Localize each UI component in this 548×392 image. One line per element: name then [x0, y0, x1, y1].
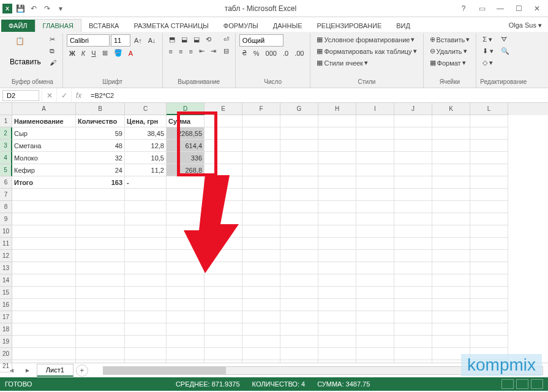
cell[interactable]: 32 — [76, 152, 125, 164]
copy-button[interactable]: ⧉ — [47, 46, 59, 56]
cell[interactable] — [318, 262, 356, 274]
cancel-formula-icon[interactable]: ✕ — [42, 88, 56, 102]
font-color-button[interactable]: A — [126, 48, 135, 58]
cell[interactable] — [356, 152, 394, 164]
cell[interactable] — [470, 164, 508, 176]
cell[interactable]: Кефир — [12, 164, 76, 176]
cell[interactable] — [470, 176, 508, 189]
cell[interactable] — [205, 287, 242, 299]
cell[interactable] — [356, 176, 394, 189]
view-layout-button[interactable] — [516, 379, 528, 389]
currency-button[interactable]: ₴ — [239, 48, 250, 58]
cell[interactable]: - — [125, 176, 167, 189]
col-header-J[interactable]: J — [394, 103, 432, 115]
cell[interactable]: 24 — [76, 164, 125, 176]
cell[interactable] — [242, 189, 280, 201]
increase-font-button[interactable]: A↑ — [132, 36, 145, 45]
cell[interactable] — [318, 176, 356, 189]
decimal-dec-button[interactable]: .00 — [292, 48, 306, 58]
cell[interactable] — [12, 238, 76, 250]
cell[interactable] — [167, 189, 205, 201]
cell[interactable] — [205, 299, 242, 311]
cell[interactable] — [318, 287, 356, 299]
cell[interactable] — [76, 311, 125, 323]
cell[interactable] — [242, 164, 280, 176]
format-painter-button[interactable]: 🖌 — [47, 58, 59, 67]
row-header-6[interactable]: 6 — [0, 176, 12, 189]
cell[interactable]: 48 — [76, 140, 125, 152]
cell[interactable] — [394, 336, 432, 348]
col-header-G[interactable]: G — [280, 103, 318, 115]
tab-review[interactable]: РЕЦЕНЗИРОВАНИЕ — [309, 20, 389, 32]
cell[interactable] — [470, 115, 508, 127]
paste-button[interactable]: 📋 Вставить — [6, 34, 45, 69]
cell[interactable] — [318, 238, 356, 250]
row-header-19[interactable]: 19 — [0, 336, 12, 348]
cell[interactable] — [242, 152, 280, 164]
cell[interactable] — [12, 201, 76, 213]
decimal-inc-button[interactable]: .0 — [280, 48, 291, 58]
qat-more-icon[interactable]: ▾ — [55, 3, 66, 14]
cell[interactable] — [205, 238, 242, 250]
cell[interactable]: Итого — [12, 176, 76, 189]
cell[interactable] — [205, 115, 242, 127]
cell[interactable] — [280, 201, 318, 213]
cell[interactable] — [356, 238, 394, 250]
cell[interactable] — [394, 360, 432, 363]
tab-file[interactable]: ФАЙЛ — [1, 20, 35, 32]
cell[interactable] — [205, 323, 242, 336]
cell[interactable] — [280, 250, 318, 262]
cell[interactable] — [470, 274, 508, 287]
cell[interactable] — [394, 274, 432, 287]
cell[interactable] — [205, 262, 242, 274]
col-header-L[interactable]: L — [470, 103, 508, 115]
cell[interactable] — [470, 323, 508, 336]
cell[interactable] — [356, 323, 394, 336]
row-header-2[interactable]: 2 — [0, 127, 12, 140]
cell[interactable] — [394, 189, 432, 201]
cell[interactable] — [318, 348, 356, 360]
cell[interactable] — [167, 262, 205, 274]
cell[interactable] — [280, 189, 318, 201]
cell[interactable] — [242, 262, 280, 274]
cell[interactable] — [432, 140, 470, 152]
cell[interactable] — [356, 311, 394, 323]
cell[interactable] — [394, 299, 432, 311]
cell[interactable] — [205, 250, 242, 262]
cell[interactable] — [205, 152, 242, 164]
cell[interactable] — [394, 262, 432, 274]
fill-color-button[interactable]: 🪣 — [111, 48, 125, 58]
cell[interactable] — [470, 213, 508, 225]
cell[interactable] — [394, 152, 432, 164]
bold-button[interactable]: Ж — [67, 48, 78, 58]
cell[interactable] — [280, 360, 318, 363]
select-all-corner[interactable] — [0, 103, 12, 115]
cell[interactable] — [12, 348, 76, 360]
number-format-select[interactable]: Общий — [239, 34, 283, 47]
cell[interactable] — [394, 323, 432, 336]
cell[interactable] — [242, 299, 280, 311]
cell[interactable] — [12, 225, 76, 238]
cell[interactable] — [356, 299, 394, 311]
cell[interactable]: 11,2 — [125, 164, 167, 176]
cell[interactable] — [318, 225, 356, 238]
cell[interactable] — [394, 225, 432, 238]
cell[interactable] — [76, 287, 125, 299]
cell[interactable] — [76, 225, 125, 238]
col-header-K[interactable]: K — [432, 103, 470, 115]
indent-dec-button[interactable]: ⇤ — [197, 46, 207, 56]
cell[interactable] — [432, 152, 470, 164]
maximize-icon[interactable]: ☐ — [510, 2, 527, 15]
row-header-9[interactable]: 9 — [0, 213, 12, 225]
cell[interactable] — [125, 348, 167, 360]
align-middle-button[interactable]: ⬓ — [179, 34, 190, 45]
cell[interactable] — [125, 238, 167, 250]
cell[interactable] — [280, 127, 318, 140]
cell[interactable] — [432, 225, 470, 238]
cell[interactable] — [356, 262, 394, 274]
cell[interactable] — [432, 201, 470, 213]
cell[interactable] — [76, 262, 125, 274]
align-top-button[interactable]: ⬒ — [167, 34, 178, 45]
cell[interactable] — [76, 360, 125, 363]
merge-button[interactable]: ⊟ — [221, 46, 231, 56]
